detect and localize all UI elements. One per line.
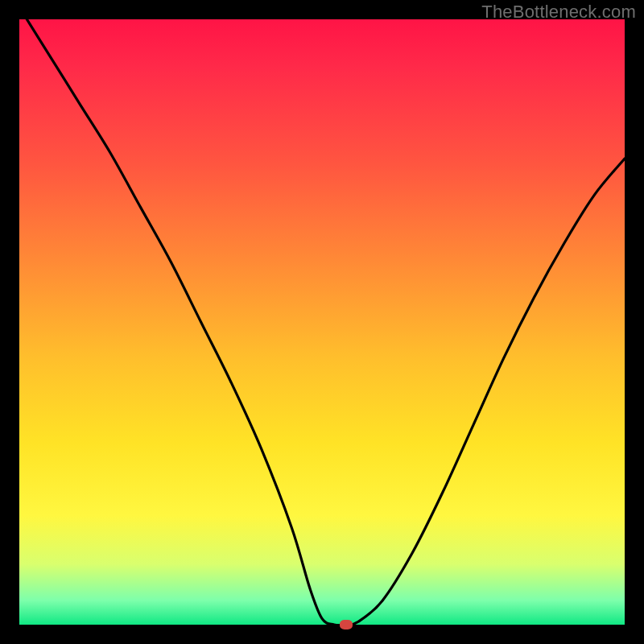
plot-area	[19, 19, 625, 625]
chart-frame: TheBottleneck.com	[0, 0, 644, 644]
curve-path	[19, 19, 625, 625]
watermark-label: TheBottleneck.com	[481, 2, 636, 23]
optimum-marker	[340, 620, 353, 630]
bottleneck-curve	[19, 19, 625, 625]
